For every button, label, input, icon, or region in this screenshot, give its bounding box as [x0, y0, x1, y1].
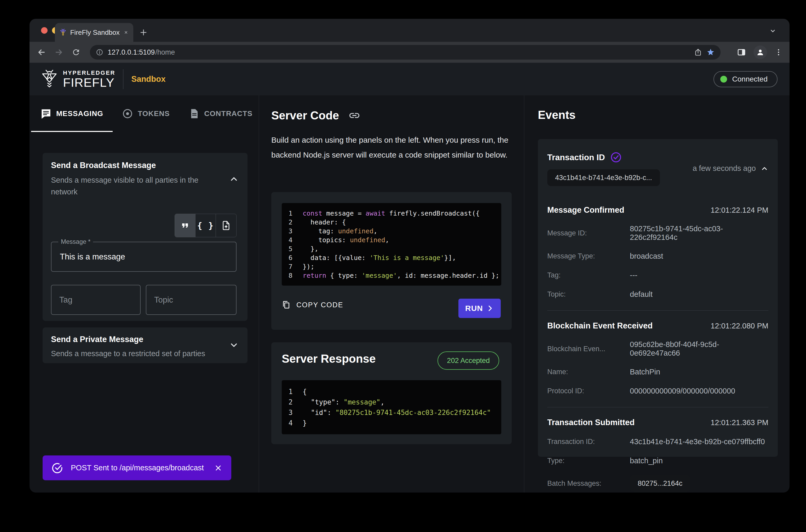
event-detail-label: Message Type:: [547, 252, 630, 260]
tab-tokens-label: TOKENS: [138, 110, 170, 118]
event-section-divider: [547, 407, 768, 407]
tab-messaging[interactable]: MESSAGING: [31, 95, 113, 132]
copy-code-button[interactable]: COPY CODE: [282, 301, 343, 309]
post-sent-toast: POST Sent to /api/messages/broadcast: [43, 455, 231, 480]
copy-code-label: COPY CODE: [296, 301, 343, 309]
browser-tab[interactable]: FireFly Sandbox: [55, 23, 133, 42]
share-icon[interactable]: [694, 48, 702, 56]
code-line: 4}: [288, 418, 494, 428]
transaction-check-icon: [610, 152, 622, 163]
back-button[interactable]: [35, 46, 48, 59]
events-group-meta[interactable]: a few seconds ago: [693, 164, 768, 173]
event-detail-row: Message Type:broadcast: [547, 251, 768, 261]
line-number: 2: [288, 218, 295, 226]
event-section-time: 12:01:21.363 PM: [711, 418, 768, 427]
server-code-title: Server Code: [271, 109, 339, 122]
file-upload-toggle[interactable]: [216, 214, 236, 237]
code-line: 1{: [288, 386, 494, 397]
tab-search-button[interactable]: [767, 24, 779, 37]
event-detail-row: Type:batch_pin: [547, 456, 768, 466]
site-info-icon[interactable]: [96, 48, 104, 56]
quote-icon: [180, 221, 190, 230]
browser-menu-icon[interactable]: [774, 48, 783, 56]
events-title: Events: [538, 109, 576, 121]
forward-arrow-icon: [54, 48, 63, 57]
json-message-toggle[interactable]: { }: [195, 214, 216, 237]
event-detail-label: Message ID:: [547, 229, 630, 237]
reload-button[interactable]: [70, 46, 82, 59]
server-code-description: Build an action using the panels on the …: [271, 132, 510, 162]
line-number: 5: [288, 245, 295, 253]
forward-button[interactable]: [53, 46, 65, 59]
tab-contracts[interactable]: CONTRACTS: [179, 95, 262, 132]
code-line: 8return { type: 'message', id: message.h…: [288, 271, 494, 280]
close-window-button[interactable]: [41, 27, 48, 34]
url-bar[interactable]: 127.0.0.1:5109 /home: [90, 45, 720, 60]
tag-field[interactable]: Tag: [51, 285, 140, 315]
event-detail-row: Blockchain Even...095c62be-8b0f-404f-9c5…: [547, 340, 768, 358]
event-detail-row: Protocol ID:000000000009/000000/000000: [547, 386, 768, 396]
bookmark-star-icon[interactable]: [707, 48, 715, 56]
broadcast-collapse-button[interactable]: [228, 173, 240, 185]
event-detail-value: 095c62be-8b0f-404f-9c5d-0e692e47ac66: [630, 340, 768, 358]
event-detail-label: Batch Messages:: [547, 479, 630, 488]
server-code-card: 1const message = await firefly.sendBroad…: [271, 192, 512, 330]
new-tab-button[interactable]: [137, 26, 150, 39]
app-label: Sandbox: [131, 74, 165, 84]
line-number: 4: [288, 419, 295, 427]
line-number: 6: [288, 254, 295, 262]
tokens-icon: [122, 108, 133, 119]
tab-contracts-label: CONTRACTS: [204, 110, 252, 118]
server-response-title: Server Response: [282, 352, 376, 365]
events-panel: Events Transaction ID a few seconds ago …: [524, 95, 789, 493]
url-path: /home: [155, 48, 175, 56]
message-field-value: This is a message: [60, 252, 125, 262]
transaction-id-chip[interactable]: 43c1b41e-b741-4e3e-b92b-c...: [547, 169, 660, 186]
event-detail-chip[interactable]: 80275...2164c: [630, 475, 690, 492]
profile-button[interactable]: [753, 45, 767, 59]
side-panel-icon[interactable]: [737, 48, 746, 57]
link-icon[interactable]: [349, 110, 360, 121]
events-group-time: a few seconds ago: [693, 164, 756, 173]
event-detail-value: ---: [630, 271, 637, 280]
topic-field[interactable]: Topic: [146, 285, 237, 315]
event-detail-row: Name:BatchPin: [547, 367, 768, 377]
event-section-divider: [547, 310, 768, 311]
event-detail-label: Protocol ID:: [547, 387, 630, 395]
string-message-toggle[interactable]: [175, 214, 195, 237]
line-number: 1: [288, 210, 295, 217]
tab-tokens[interactable]: TOKENS: [113, 95, 179, 132]
reload-icon: [72, 48, 80, 57]
check-circle-icon: [52, 462, 63, 474]
tab-close-icon[interactable]: [124, 29, 128, 36]
run-button[interactable]: RUN: [458, 299, 501, 318]
code-line: 2 header: {: [288, 218, 494, 227]
event-detail-value: 000000000009/000000/000000: [630, 387, 735, 395]
contracts-icon: [188, 108, 200, 119]
event-detail-row: Topic:default: [547, 289, 768, 299]
server-code-heading: Server Code: [271, 109, 360, 122]
braces-icon: { }: [197, 221, 214, 230]
private-card-subtitle: Sends a message to a restricted set of p…: [51, 348, 234, 360]
line-number: 8: [288, 272, 295, 279]
private-expand-button[interactable]: [228, 339, 240, 351]
event-detail-label: Tag:: [547, 271, 630, 279]
toast-close-icon[interactable]: [214, 464, 222, 472]
back-arrow-icon: [37, 48, 46, 57]
events-card: Transaction ID a few seconds ago 43c1b41…: [538, 139, 778, 457]
copy-icon: [282, 301, 290, 309]
line-number: 1: [288, 388, 295, 396]
code-line: 3 tag: undefined,: [288, 227, 494, 235]
message-field[interactable]: Message * This is a message: [51, 242, 237, 272]
event-detail-value: 80275c1b-9741-45dc-ac03-226c2f92164c: [630, 225, 768, 242]
server-code-block: 1const message = await firefly.sendBroad…: [282, 203, 501, 286]
chevron-up-icon: [761, 165, 768, 172]
run-label: RUN: [465, 304, 483, 313]
line-number: 2: [288, 398, 295, 406]
avatar-icon: [756, 48, 765, 57]
chevron-down-icon: [229, 340, 239, 350]
event-section-title: Blockchain Event Received: [547, 321, 653, 330]
event-section-title: Message Confirmed: [547, 205, 624, 215]
event-detail-value: batch_pin: [630, 456, 663, 465]
server-response-card: Server Response 202 Accepted 1{2 "type":…: [271, 342, 512, 444]
